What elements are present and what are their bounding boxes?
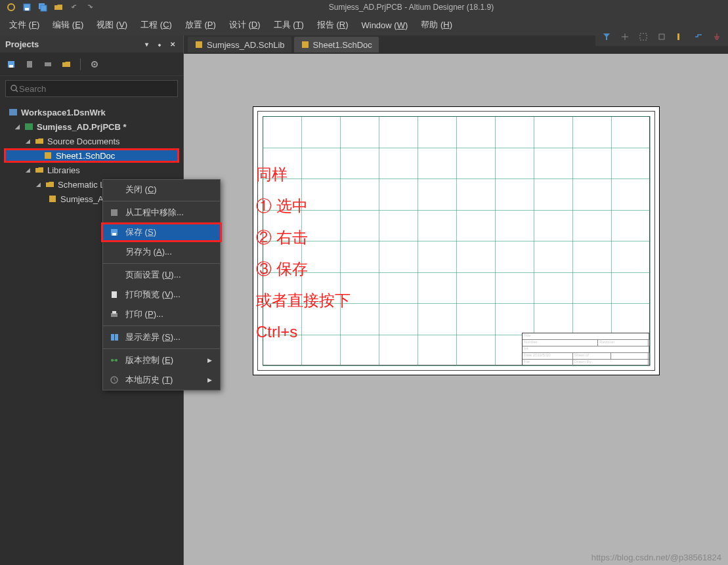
menu-design[interactable]: 设计 (D) bbox=[223, 16, 267, 33]
cm-printpreview[interactable]: 打印预览 (V)... bbox=[103, 285, 220, 304]
align-icon[interactable] bbox=[673, 30, 687, 44]
panel-toolbar bbox=[0, 52, 183, 76]
preview-icon bbox=[108, 289, 120, 300]
menu-file[interactable]: 文件 (F) bbox=[3, 16, 46, 33]
submenu-arrow-icon: ▶ bbox=[207, 377, 212, 383]
right-toolbar bbox=[595, 28, 728, 46]
panel-header: Projects ▾ ⬥ ✕ bbox=[0, 35, 183, 52]
svg-rect-4 bbox=[41, 5, 47, 11]
tree-libraries[interactable]: ◢ Libraries bbox=[0, 163, 183, 177]
watermark: https://blog.csdn.net/@p38561824 bbox=[591, 553, 721, 562]
svg-rect-34 bbox=[111, 334, 114, 341]
divider bbox=[80, 58, 81, 70]
titleblock: Title NumberRevision A4 Date 2019/5/10Sh… bbox=[522, 333, 650, 366]
svg-rect-16 bbox=[49, 196, 56, 202]
save-all-icon[interactable] bbox=[37, 1, 49, 13]
version-icon bbox=[108, 355, 120, 366]
separator bbox=[103, 201, 220, 201]
tab-schdoc[interactable]: Sheet1.SchDoc bbox=[294, 37, 379, 52]
menu-report[interactable]: 报告 (R) bbox=[310, 16, 355, 33]
tree-sheet-selected[interactable]: Sheet1.SchDoc bbox=[4, 148, 179, 163]
search-box[interactable] bbox=[5, 80, 178, 97]
annotation-overlay: 同样 ① 选中 ② 右击 ③ 保存 或者直接按下 Ctrl+s bbox=[256, 159, 351, 348]
context-menu: 关闭 (C) 从工程中移除... 保存 (S) 另存为 (A)... 页面设置 … bbox=[102, 179, 221, 390]
svg-rect-35 bbox=[115, 334, 118, 341]
menu-tools[interactable]: 工具 (T) bbox=[267, 16, 310, 33]
print-icon bbox=[108, 309, 120, 320]
blank-icon bbox=[108, 270, 120, 280]
ground-icon[interactable] bbox=[710, 30, 724, 44]
doc-icon[interactable] bbox=[24, 58, 35, 70]
main-area: Sumjess_AD.SchLib Sheet1.SchDoc Title bbox=[184, 35, 728, 565]
filter-icon[interactable] bbox=[599, 30, 614, 44]
window-title: Sumjess_AD.PrjPCB - Altium Designer (18.… bbox=[329, 3, 494, 12]
menu-help[interactable]: 帮助 (H) bbox=[414, 16, 459, 33]
cm-close[interactable]: 关闭 (C) bbox=[103, 180, 220, 199]
separator bbox=[103, 325, 220, 326]
tab-schlib[interactable]: Sumjess_AD.SchLib bbox=[188, 37, 291, 52]
blank-icon bbox=[108, 247, 120, 257]
svg-rect-17 bbox=[196, 41, 202, 48]
search-input[interactable] bbox=[19, 84, 173, 94]
svg-rect-7 bbox=[27, 61, 32, 68]
select-icon[interactable] bbox=[636, 30, 651, 44]
svg-rect-6 bbox=[9, 65, 13, 68]
folder-icon[interactable] bbox=[60, 58, 72, 70]
svg-point-11 bbox=[11, 85, 16, 91]
cm-showdiff[interactable]: 显示差异 (S)... bbox=[103, 327, 220, 347]
tree-project[interactable]: ◢ Sumjess_AD.PrjPCB * bbox=[0, 119, 183, 134]
svg-rect-22 bbox=[659, 34, 664, 39]
undo-icon[interactable] bbox=[68, 1, 80, 13]
folder-icon bbox=[34, 136, 45, 146]
schlib-icon bbox=[194, 41, 203, 49]
menu-view[interactable]: 视图 (V) bbox=[90, 16, 134, 33]
schematic-canvas[interactable]: Title NumberRevision A4 Date 2019/5/10Sh… bbox=[184, 54, 728, 565]
save-icon[interactable] bbox=[5, 58, 17, 70]
svg-rect-2 bbox=[25, 8, 29, 10]
menu-project[interactable]: 工程 (C) bbox=[134, 16, 179, 33]
schdoc-icon bbox=[301, 41, 310, 49]
cross-icon[interactable] bbox=[618, 30, 632, 44]
expand-icon[interactable]: ◢ bbox=[13, 123, 21, 130]
cm-remove[interactable]: 从工程中移除... bbox=[103, 203, 220, 222]
save-icon bbox=[108, 227, 120, 238]
schlib-icon bbox=[47, 194, 58, 203]
menu-edit[interactable]: 编辑 (E) bbox=[46, 16, 90, 33]
cm-version[interactable]: 版本控制 (E) ▶ bbox=[103, 350, 220, 370]
tree-workspace[interactable]: Workspace1.DsnWrk bbox=[0, 105, 183, 119]
expand-icon[interactable]: ◢ bbox=[34, 181, 42, 188]
panel-pin-icon[interactable]: ⬥ bbox=[154, 39, 165, 49]
svg-rect-31 bbox=[112, 291, 117, 298]
save-icon[interactable] bbox=[21, 1, 33, 13]
expand-icon[interactable]: ◢ bbox=[24, 138, 32, 144]
compile-icon[interactable] bbox=[42, 58, 54, 70]
redo-icon[interactable] bbox=[84, 1, 96, 13]
cm-history[interactable]: 本地历史 (T) ▶ bbox=[103, 370, 220, 390]
svg-line-12 bbox=[16, 90, 18, 92]
svg-rect-28 bbox=[111, 209, 118, 216]
expand-icon[interactable]: ◢ bbox=[24, 167, 32, 173]
cm-saveas[interactable]: 另存为 (A)... bbox=[103, 242, 220, 262]
schdoc-icon bbox=[43, 151, 53, 160]
svg-rect-33 bbox=[112, 311, 116, 314]
folder-open-icon[interactable] bbox=[53, 1, 64, 13]
cm-print[interactable]: 打印 (P)... bbox=[103, 304, 220, 324]
folder-icon bbox=[34, 165, 45, 175]
menu-window[interactable]: Window (W) bbox=[354, 18, 414, 33]
diff-icon bbox=[108, 332, 120, 343]
tree-source-docs[interactable]: ◢ Source Documents bbox=[0, 134, 183, 148]
svg-rect-21 bbox=[640, 33, 647, 40]
gear-icon[interactable] bbox=[89, 58, 100, 70]
cm-pagesetup[interactable]: 页面设置 (U)... bbox=[103, 265, 220, 285]
svg-rect-8 bbox=[45, 62, 51, 66]
svg-point-10 bbox=[94, 63, 96, 65]
move-icon[interactable] bbox=[654, 30, 669, 44]
svg-point-0 bbox=[8, 4, 14, 10]
titlebar: Sumjess_AD.PrjPCB - Altium Designer (18.… bbox=[0, 0, 728, 14]
remove-icon bbox=[108, 207, 120, 218]
panel-menu-icon[interactable]: ▾ bbox=[141, 39, 152, 49]
cm-save[interactable]: 保存 (S) bbox=[101, 222, 222, 242]
wire-icon[interactable] bbox=[691, 30, 706, 44]
menu-place[interactable]: 放置 (P) bbox=[179, 16, 223, 33]
panel-close-icon[interactable]: ✕ bbox=[167, 39, 178, 49]
